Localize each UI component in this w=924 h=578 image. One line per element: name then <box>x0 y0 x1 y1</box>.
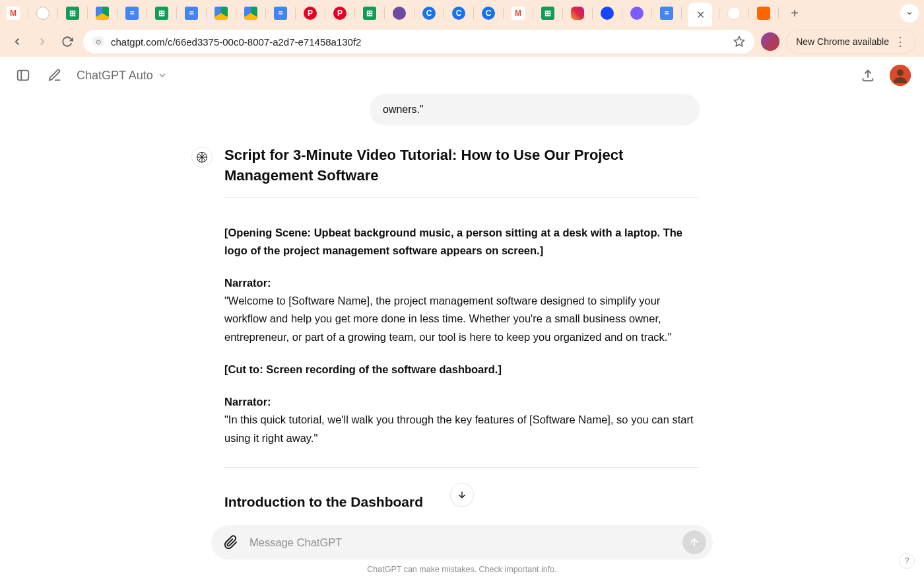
drive-icon <box>244 7 257 20</box>
tab-docs-2[interactable]: ≡ <box>183 5 199 21</box>
send-button[interactable] <box>682 530 706 554</box>
tab-separator <box>295 7 296 19</box>
share-button[interactable] <box>858 65 878 85</box>
url-text: chatgpt.com/c/66ed3375-00c0-8007-a2d7-e7… <box>111 36 361 48</box>
app-icon <box>601 7 614 20</box>
composer-area: Message ChatGPT ChatGPT can make mistake… <box>0 525 924 578</box>
tab-drive-1[interactable] <box>94 5 110 21</box>
narrator-label: Narrator: <box>224 277 271 289</box>
scene-direction: [Opening Scene: Upbeat background music,… <box>224 224 700 260</box>
tab-separator <box>414 7 414 19</box>
tab-app-6[interactable] <box>629 5 645 21</box>
tab-active-chatgpt[interactable]: ✕ <box>688 3 712 26</box>
drive-icon <box>96 7 109 20</box>
sidebar-toggle-button[interactable] <box>13 65 33 85</box>
tab-separator <box>778 7 779 19</box>
bookmark-star-icon[interactable] <box>733 36 745 48</box>
chrome-update-button[interactable]: New Chrome available ⋮ <box>786 30 916 54</box>
tab-sheets-4[interactable]: ⊞ <box>540 5 556 21</box>
tab-drive-3[interactable] <box>243 5 259 21</box>
forward-button[interactable] <box>33 32 51 51</box>
new-chat-button[interactable] <box>45 65 65 85</box>
new-tab-button[interactable]: + <box>785 4 804 22</box>
assistant-avatar <box>191 147 213 168</box>
tab-separator <box>325 7 325 19</box>
sheets-icon: ⊞ <box>155 7 168 20</box>
help-button[interactable]: ? <box>899 553 915 569</box>
tab-drive-2[interactable] <box>213 5 229 21</box>
back-button[interactable] <box>8 32 26 51</box>
browser-profile-avatar[interactable] <box>761 32 779 51</box>
avatar-image <box>890 65 911 86</box>
tab-sheets-1[interactable]: ⊞ <box>65 5 81 21</box>
url-bar[interactable]: ⊙ chatgpt.com/c/66ed3375-00c0-8007-a2d7-… <box>83 30 754 54</box>
svg-point-5 <box>897 69 904 76</box>
app-header: ChatGPT Auto <box>0 57 924 94</box>
tab-separator <box>562 7 563 19</box>
chevron-down-icon <box>157 70 168 81</box>
narrator-block: Narrator: "In this quick tutorial, we'll… <box>224 393 700 447</box>
divider <box>224 467 700 468</box>
question-icon: ? <box>905 556 909 565</box>
pinterest-icon: P <box>304 7 317 20</box>
user-message-bubble: owners." <box>370 94 700 126</box>
message-composer[interactable]: Message ChatGPT <box>211 525 713 560</box>
tab-separator <box>176 7 177 19</box>
tab-pinterest-2[interactable]: P <box>332 5 348 21</box>
app-icon <box>630 7 644 20</box>
docs-icon: ≡ <box>660 7 673 20</box>
tab-sheets-3[interactable]: ⊞ <box>362 5 378 21</box>
app-icon <box>727 7 741 20</box>
browser-chrome: M ⊞ ≡ ⊞ ≡ ≡ P P ⊞ C C C M ⊞ <box>0 0 924 57</box>
site-info-icon[interactable]: ⊙ <box>92 36 104 48</box>
scroll-to-bottom-button[interactable] <box>450 483 474 507</box>
svg-marker-0 <box>735 37 744 46</box>
docs-icon: ≡ <box>274 7 287 20</box>
kebab-icon: ⋮ <box>894 34 906 49</box>
tab-instagram[interactable] <box>570 5 585 21</box>
tabs-dropdown-button[interactable] <box>900 4 919 22</box>
tab-separator <box>147 7 147 19</box>
tab-app-2[interactable]: C <box>421 5 437 21</box>
tab-separator <box>117 7 117 19</box>
app-icon: C <box>452 7 465 20</box>
divider <box>224 197 700 198</box>
svg-rect-1 <box>18 71 29 81</box>
instagram-icon <box>571 7 584 20</box>
tab-app-3[interactable]: C <box>451 5 467 21</box>
tab-docs-4[interactable]: ≡ <box>659 5 675 21</box>
tab-separator <box>444 7 444 19</box>
tab-separator <box>87 7 88 19</box>
tab-strip: M ⊞ ≡ ⊞ ≡ ≡ P P ⊞ C C C M ⊞ <box>0 0 924 26</box>
narrator-text: "Welcome to [Software Name], the project… <box>224 295 671 342</box>
narrator-label: Narrator: <box>224 396 271 408</box>
tab-gmail[interactable]: M <box>5 5 21 21</box>
tab-app-8[interactable] <box>756 5 772 21</box>
tab-app-7[interactable] <box>726 5 742 21</box>
tab-docs-1[interactable]: ≡ <box>124 5 140 21</box>
tab-web[interactable] <box>35 5 51 21</box>
model-switcher[interactable]: ChatGPT Auto <box>77 69 168 83</box>
tab-gmail-2[interactable]: M <box>510 5 526 21</box>
app-icon: C <box>482 7 495 20</box>
close-icon[interactable]: ✕ <box>696 9 705 21</box>
user-avatar[interactable] <box>890 65 911 86</box>
tab-docs-3[interactable]: ≡ <box>273 5 288 21</box>
pinterest-icon: P <box>333 7 346 20</box>
sidebar-icon <box>16 68 30 83</box>
narrator-block: Narrator: "Welcome to [Software Name], t… <box>224 274 700 346</box>
tab-separator <box>265 7 266 19</box>
message-input[interactable]: Message ChatGPT <box>249 536 673 549</box>
tab-app-4[interactable]: C <box>480 5 496 21</box>
reload-button[interactable] <box>58 32 77 51</box>
app-icon <box>393 7 406 20</box>
tab-separator <box>503 7 504 19</box>
tab-pinterest-1[interactable]: P <box>302 5 318 21</box>
tab-app-5[interactable] <box>599 5 615 21</box>
arrow-right-icon <box>36 36 48 48</box>
assistant-content: Script for 3-Minute Video Tutorial: How … <box>224 145 700 510</box>
tab-sheets-2[interactable]: ⊞ <box>154 5 170 21</box>
tab-separator <box>533 7 533 19</box>
tab-app-1[interactable] <box>391 5 407 21</box>
attach-file-button[interactable] <box>222 533 240 552</box>
